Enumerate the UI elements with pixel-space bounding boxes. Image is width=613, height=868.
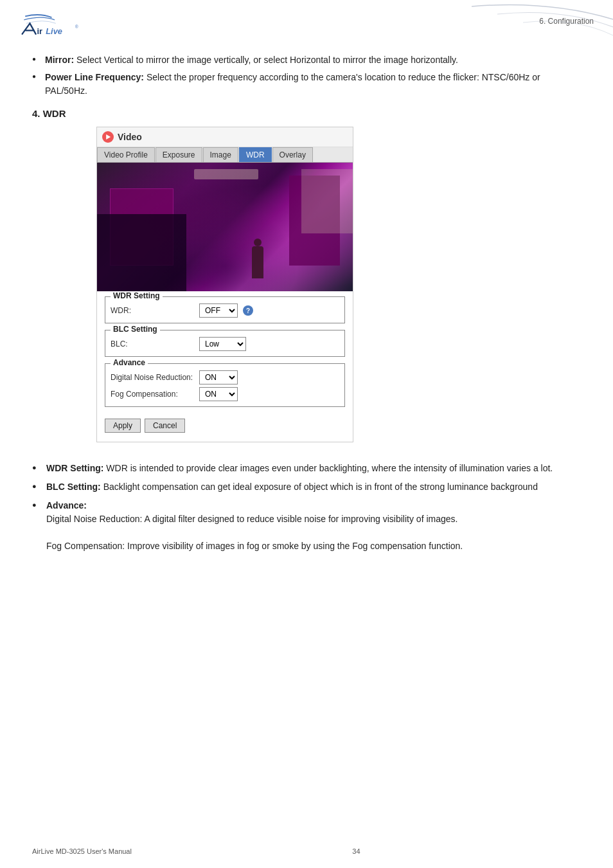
wdr-label: WDR: xyxy=(111,306,194,315)
bottom-bullet-wdr: WDR Setting: WDR is intended to provide … xyxy=(32,462,581,475)
dnr-description: Digital Noise Reduction: A digital filte… xyxy=(46,514,458,524)
top-bullet-list: Mirror: Select Vertical to mirror the im… xyxy=(32,53,581,98)
decorative-swoosh xyxy=(420,0,613,51)
svg-text:ir: ir xyxy=(37,26,43,36)
video-title-text: Video xyxy=(118,132,142,142)
bottom-bullet-blc: BLC Setting: Backlight compensation can … xyxy=(32,480,581,494)
wdr-setting-text: WDR is intended to provide clear images … xyxy=(106,463,553,473)
blc-setting-group: BLC Setting BLC: Low Medium High xyxy=(105,330,345,357)
ceiling-light xyxy=(194,169,258,179)
advance-setting-group: Advance Digital Noise Reduction: ON OFF … xyxy=(105,363,345,407)
blc-label: BLC: xyxy=(111,339,194,348)
blc-setting-label: BLC Setting: xyxy=(46,482,101,492)
svg-text:®: ® xyxy=(75,24,78,29)
tab-wdr[interactable]: WDR xyxy=(239,147,272,162)
wdr-help-icon[interactable]: ? xyxy=(243,305,253,316)
advance-label: Advance: xyxy=(46,500,87,511)
video-panel-title: Video xyxy=(97,127,353,147)
bright-area xyxy=(301,169,353,233)
bottom-content: WDR Setting: WDR is intended to provide … xyxy=(32,462,581,553)
bullet-mirror: Mirror: Select Vertical to mirror the im… xyxy=(32,53,581,67)
mirror-label: Mirror: xyxy=(45,55,74,65)
dark-area xyxy=(97,214,186,291)
cancel-button[interactable]: Cancel xyxy=(145,419,185,433)
dnr-select[interactable]: ON OFF xyxy=(199,370,238,384)
mirror-text: Select Vertical to mirror the image vert… xyxy=(76,55,458,65)
section4-heading: 4. WDR xyxy=(32,108,581,119)
tab-overlay[interactable]: Overlay xyxy=(272,147,313,162)
fog-label: Fog Compensation: xyxy=(111,390,194,399)
logo-area: ir Live ® xyxy=(19,12,90,47)
blc-group-title: BLC Setting xyxy=(111,325,160,334)
svg-text:Live: Live xyxy=(46,26,62,36)
bottom-bullet-advance: Advance: Digital Noise Reduction: A digi… xyxy=(32,499,581,553)
person-silhouette xyxy=(252,246,263,278)
tab-image[interactable]: Image xyxy=(203,147,238,162)
tab-exposure[interactable]: Exposure xyxy=(155,147,202,162)
video-tabs: Video Profile Exposure Image WDR Overlay xyxy=(97,147,353,163)
apply-button[interactable]: Apply xyxy=(105,419,141,433)
wdr-group-title: WDR Setting xyxy=(111,291,163,300)
dnr-label: Digital Noise Reduction: xyxy=(111,373,194,382)
wdr-select[interactable]: OFF ON xyxy=(199,303,238,318)
fog-row: Fog Compensation: ON OFF xyxy=(111,387,339,401)
camera-preview xyxy=(97,163,353,291)
dnr-row: Digital Noise Reduction: ON OFF xyxy=(111,370,339,384)
bullet-power-line: Power Line Frequency: Select the proper … xyxy=(32,71,581,98)
settings-area: WDR Setting WDR: OFF ON ? BLC Setting B xyxy=(97,291,353,419)
advance-group-title: Advance xyxy=(111,358,148,367)
video-panel-wrapper: Video Video Profile Exposure Image WDR O… xyxy=(96,127,353,442)
main-content: Mirror: Select Vertical to mirror the im… xyxy=(0,47,613,579)
footer-left: AirLive MD-3025 User's Manual xyxy=(32,847,132,855)
page-footer: AirLive MD-3025 User's Manual 34 xyxy=(32,847,581,855)
video-panel: Video Video Profile Exposure Image WDR O… xyxy=(96,127,353,442)
fog-description: Fog Compensation: Improve visibility of … xyxy=(46,541,463,551)
airlive-logo: ir Live ® xyxy=(19,12,90,47)
fog-select[interactable]: ON OFF xyxy=(199,387,238,401)
button-row: Apply Cancel xyxy=(97,419,353,435)
blc-setting-text: Backlight compensation can get ideal exp… xyxy=(103,482,538,492)
blc-select[interactable]: Low Medium High xyxy=(199,337,246,351)
bottom-bullet-list: WDR Setting: WDR is intended to provide … xyxy=(32,462,581,553)
tab-video-profile[interactable]: Video Profile xyxy=(97,147,155,162)
wdr-row: WDR: OFF ON ? xyxy=(111,303,339,318)
wdr-setting-label: WDR Setting: xyxy=(46,463,103,473)
power-line-label: Power Line Frequency: xyxy=(45,72,144,82)
video-icon xyxy=(102,131,114,143)
wdr-setting-group: WDR Setting WDR: OFF ON ? xyxy=(105,296,345,323)
footer-center: 34 xyxy=(352,847,360,855)
blc-row: BLC: Low Medium High xyxy=(111,337,339,351)
